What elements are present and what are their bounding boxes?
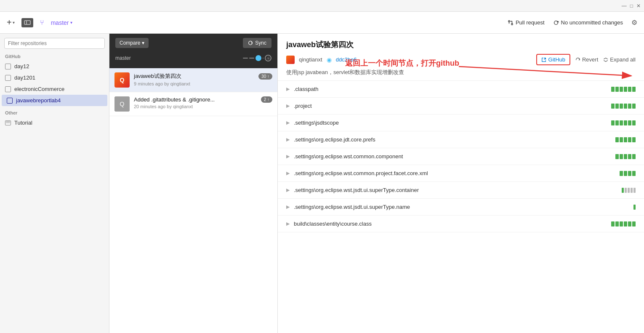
file-item-classpath[interactable]: ▶ .classpath xyxy=(278,81,644,98)
repo-name-day1201: day1201 xyxy=(14,75,35,81)
file-name: .classpath xyxy=(294,86,611,92)
file-name: .settings\org.eclipse.jdt.core.prefs xyxy=(294,136,615,143)
close-button[interactable]: ✕ xyxy=(636,3,641,9)
branch-caret-icon: ▾ xyxy=(70,20,72,25)
file-item-jdt-core-prefs[interactable]: ▶ .settings\org.eclipse.jdt.core.prefs xyxy=(278,131,644,148)
svg-text:Q: Q xyxy=(120,101,125,107)
sidebar-item-day12[interactable]: day12 xyxy=(0,61,109,72)
revert-label: Revert xyxy=(582,56,598,63)
svg-rect-0 xyxy=(24,21,30,24)
file-bars xyxy=(611,104,636,109)
branch-track-label: master xyxy=(115,55,131,61)
branch-selector[interactable]: master ▾ xyxy=(51,19,73,26)
repo-icon-tutorial xyxy=(5,120,11,125)
repo-icon xyxy=(5,64,11,69)
file-item-course-class[interactable]: ▶ build\classes\entity\course.class xyxy=(278,216,644,232)
settings-button[interactable]: ⚙ xyxy=(631,19,637,27)
commit-badge-2: 2 ↑ xyxy=(261,96,272,103)
file-chevron: ▶ xyxy=(286,137,290,142)
file-name: .settings\org.eclipse.wst.common.project… xyxy=(294,170,620,176)
file-chevron: ▶ xyxy=(286,103,290,109)
commit-avatar-2: Q xyxy=(114,96,130,112)
layout-icon xyxy=(24,20,31,25)
add-caret-icon: ▾ xyxy=(13,20,15,25)
pull-request-icon xyxy=(508,20,514,26)
filter-repositories-input[interactable] xyxy=(4,38,105,49)
github-button[interactable]: GitHub xyxy=(536,54,570,65)
sync-button-icon xyxy=(248,40,253,45)
minimize-button[interactable]: — xyxy=(622,3,627,9)
github-button-label: GitHub xyxy=(548,56,565,63)
repo-name-tutorial: Tutorial xyxy=(14,120,32,126)
github-section-label: GitHub xyxy=(0,52,109,61)
sidebar-item-day1201[interactable]: day1201 xyxy=(0,72,109,83)
sidebar-item-tutorial[interactable]: Tutorial xyxy=(0,117,109,128)
file-item-wst-common-component[interactable]: ▶ .settings\org.eclipse.wst.common.compo… xyxy=(278,148,644,165)
sidebar-item-electroniccommerce[interactable]: electronicCommerce xyxy=(0,83,109,95)
file-item-wst-facet-core-xml[interactable]: ▶ .settings\org.eclipse.wst.common.proje… xyxy=(278,165,644,182)
file-chevron: ▶ xyxy=(286,221,290,226)
commit-avatar-1: Q xyxy=(114,72,130,88)
commit-item-2[interactable]: Q Added .gitattributes & .gitignore... 2… xyxy=(109,92,277,116)
sidebar: GitHub day12 day1201 electronicCommerce … xyxy=(0,34,109,333)
file-chevron: ▶ xyxy=(286,154,290,159)
file-item-project[interactable]: ▶ .project xyxy=(278,98,644,115)
compare-button[interactable]: Compare ▾ xyxy=(115,38,149,48)
commit-badge-1: 30 ↑ xyxy=(258,73,272,80)
diff-hash-link[interactable]: ddc2be6 xyxy=(336,56,357,63)
commit-meta-2: 20 minutes ago by qingtianxt xyxy=(134,104,272,109)
file-bars xyxy=(615,137,636,142)
no-uncommitted-button[interactable]: No uncommitted changes xyxy=(553,19,623,26)
file-bars xyxy=(611,87,636,92)
file-chevron: ▶ xyxy=(286,187,290,193)
file-name: build\classes\entity\course.class xyxy=(294,221,611,227)
file-chevron: ▶ xyxy=(286,170,290,176)
add-icon: + xyxy=(7,18,12,27)
file-name: .project xyxy=(294,103,611,109)
repo-name-javawebreportlab4: javawebreportlab4 xyxy=(16,97,61,104)
file-name: .settings\jsdtscope xyxy=(294,120,611,126)
file-diff-list: ▶ .classpath ▶ .project xyxy=(278,81,644,333)
maximize-button[interactable]: □ xyxy=(630,3,633,9)
sidebar-item-javawebreportlab4[interactable]: javawebreportlab4 xyxy=(2,95,107,106)
pull-request-label: Pull request xyxy=(516,19,545,26)
revert-button[interactable]: Revert xyxy=(575,56,598,63)
file-bars xyxy=(611,120,636,125)
file-name: .settings\org.eclipse.wst.jsdt.ui.superT… xyxy=(294,187,622,193)
sync-button[interactable]: Sync xyxy=(243,38,271,48)
file-item-supertype-name[interactable]: ▶ .settings\org.eclipse.wst.jsdt.ui.supe… xyxy=(278,199,644,216)
file-bars xyxy=(622,188,636,193)
history-panel: Compare ▾ Sync master xyxy=(109,34,278,333)
sync-icon xyxy=(553,20,559,26)
repo-name-electroniccommerce: electronicCommerce xyxy=(14,86,64,92)
commit-meta-1: 9 minutes ago by qingtianxt xyxy=(134,81,272,86)
file-bars xyxy=(611,221,636,226)
external-link-icon xyxy=(541,57,546,62)
commit-title-2: Added .gitattributes & .gitignore... xyxy=(134,96,215,103)
repo-name-day12: day12 xyxy=(14,63,29,69)
other-section-label: Other xyxy=(0,106,109,117)
file-chevron: ▶ xyxy=(286,120,290,125)
repo-icon xyxy=(5,86,11,92)
repo-icon-active xyxy=(7,98,13,104)
file-chevron: ▶ xyxy=(286,204,290,210)
commit-item-1[interactable]: Q javaweb试验第四次 30 ↑ 9 minutes ago by qin… xyxy=(109,68,277,92)
track-visual xyxy=(243,55,271,61)
commit-list: Q javaweb试验第四次 30 ↑ 9 minutes ago by qin… xyxy=(109,68,277,333)
layout-toggle-button[interactable] xyxy=(21,18,33,27)
diff-hash-icon: ◉ xyxy=(327,56,332,63)
file-bars xyxy=(615,154,636,159)
branch-icon: ⑂ xyxy=(40,19,44,27)
diff-author-avatar xyxy=(286,56,295,64)
expand-icon xyxy=(603,57,608,62)
add-button[interactable]: + ▾ xyxy=(7,18,15,27)
file-item-supertype-container[interactable]: ▶ .settings\org.eclipse.wst.jsdt.ui.supe… xyxy=(278,182,644,199)
pull-request-button[interactable]: Pull request xyxy=(508,19,545,26)
commit-title-1: javaweb试验第四次 xyxy=(134,72,181,80)
expand-all-button[interactable]: Expand all xyxy=(603,56,636,63)
file-item-jsdtscope[interactable]: ▶ .settings\jsdtscope xyxy=(278,115,644,131)
diff-panel: javaweb试验第四次 qingtianxt ◉ ddc2be6 GitHub xyxy=(278,34,644,333)
compare-label: Compare ▾ xyxy=(120,40,144,46)
file-chevron: ▶ xyxy=(286,86,290,92)
no-uncommitted-label: No uncommitted changes xyxy=(561,19,623,26)
